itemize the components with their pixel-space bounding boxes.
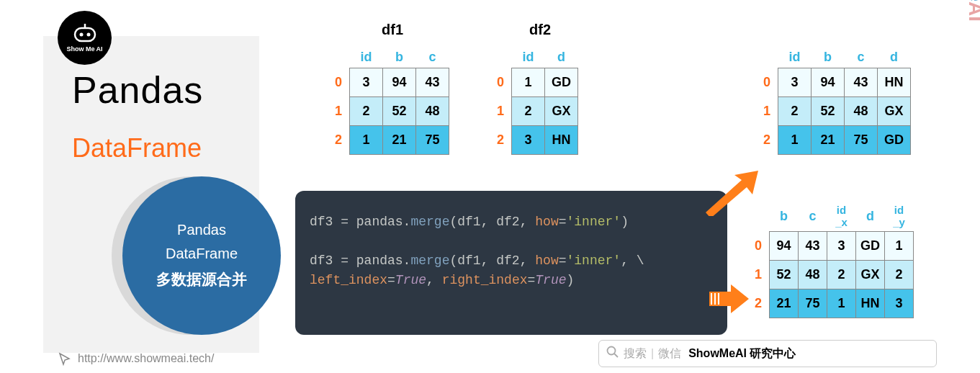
df1-table: idbc 039443 125248 212175 <box>328 47 449 155</box>
cell: HN <box>545 126 578 155</box>
title-dataframe: DataFrame <box>72 133 202 163</box>
col-header: id_y <box>885 202 914 232</box>
col-header: c <box>416 47 449 68</box>
cell: 75 <box>845 126 878 155</box>
search-box[interactable]: 搜索 | 微信 ShowMeAI 研究中心 <box>598 340 937 367</box>
row-index: 2 <box>747 289 770 318</box>
search-placeholder: 搜索 <box>624 346 647 361</box>
cell: 94 <box>383 68 416 97</box>
circle-line1: Pandas <box>177 222 226 238</box>
code-block: df3 = pandas.merge(df1, df2, how='inner'… <box>295 191 727 335</box>
cell: 52 <box>383 97 416 126</box>
arrow-icon <box>709 284 749 313</box>
cell: HN <box>856 289 885 318</box>
cell: 2 <box>350 97 383 126</box>
cell: 2 <box>885 261 914 289</box>
cell: GD <box>545 68 578 97</box>
separator: | <box>651 347 654 360</box>
arrow-to-df3b <box>709 284 749 313</box>
cell: 3 <box>512 126 545 155</box>
df2-label: df2 <box>529 22 551 38</box>
cell: 43 <box>416 68 449 97</box>
arrow-to-df3a <box>702 169 760 216</box>
cell: 1 <box>885 232 914 261</box>
cell: GX <box>878 97 911 126</box>
svg-line-8 <box>614 354 618 357</box>
cell: 75 <box>799 289 827 318</box>
cell: 94 <box>770 232 799 261</box>
row-index: 0 <box>756 68 778 97</box>
cell: 75 <box>416 126 449 155</box>
col-header: id <box>778 47 812 68</box>
cell: 48 <box>799 261 827 289</box>
svg-point-7 <box>608 347 616 355</box>
cell: 2 <box>827 261 856 289</box>
cell: 2 <box>512 97 545 126</box>
cell: 48 <box>416 97 449 126</box>
cell: HN <box>878 68 911 97</box>
col-header: b <box>770 202 799 232</box>
cell: 52 <box>770 261 799 289</box>
url-link[interactable]: http://www.showmeai.tech/ <box>58 351 214 366</box>
row-index: 2 <box>328 126 350 155</box>
circle-line2: DataFrame <box>166 246 238 262</box>
cell: 21 <box>383 126 416 155</box>
watermark-part: AI <box>965 1 980 22</box>
row-index: 1 <box>328 97 350 126</box>
robot-icon <box>72 24 98 44</box>
circle-line3: 多数据源合并 <box>156 269 247 289</box>
row-index: 2 <box>490 126 512 155</box>
row-index: 1 <box>490 97 512 126</box>
brand-name: ShowMeAI 研究中心 <box>688 346 796 361</box>
cell: 3 <box>885 289 914 318</box>
arrow-icon <box>702 169 760 216</box>
cell: 21 <box>770 289 799 318</box>
svg-rect-0 <box>75 28 95 41</box>
cell: GX <box>545 97 578 126</box>
cell: 94 <box>812 68 845 97</box>
col-header: d <box>856 202 885 232</box>
col-header: d <box>545 47 578 68</box>
cell: 2 <box>778 97 812 126</box>
search-icon <box>606 346 619 361</box>
col-header: c <box>799 202 827 232</box>
row-index: 2 <box>756 126 778 155</box>
code-line-1: df3 = pandas.merge(df1, df2, how='inner'… <box>310 212 713 232</box>
col-header: c <box>845 47 878 68</box>
cell: 3 <box>350 68 383 97</box>
watermark: ShowMeAI <box>964 0 980 22</box>
col-header: b <box>812 47 845 68</box>
url-text: http://www.showmeai.tech/ <box>78 352 214 365</box>
df2-table: idd 01GD 12GX 23HN <box>490 47 578 155</box>
topic-circle: Pandas DataFrame 多数据源合并 <box>122 176 281 335</box>
df3b-table: bcid_xdid_y 094433GD1 152482GX2 221751HN… <box>747 202 914 318</box>
row-index: 0 <box>490 68 512 97</box>
row-index: 0 <box>747 232 770 261</box>
row-index: 1 <box>756 97 778 126</box>
cell: 3 <box>827 232 856 261</box>
cell: 52 <box>812 97 845 126</box>
row-index: 0 <box>328 68 350 97</box>
cell: 1 <box>827 289 856 318</box>
cell: 21 <box>812 126 845 155</box>
cell: GD <box>878 126 911 155</box>
logo-badge: Show Me AI <box>58 11 112 65</box>
logo-text: Show Me AI <box>66 45 102 53</box>
cell: 1 <box>512 68 545 97</box>
code-line-2: df3 = pandas.merge(df1, df2, how='inner'… <box>310 251 713 271</box>
col-header: id <box>350 47 383 68</box>
code-line-3: left_index=True, right_index=True) <box>310 271 713 290</box>
col-header: d <box>878 47 911 68</box>
svg-point-1 <box>79 32 83 36</box>
cell: 48 <box>845 97 878 126</box>
title-pandas: Pandas <box>72 68 203 112</box>
cell: 43 <box>845 68 878 97</box>
cursor-icon <box>58 351 72 366</box>
col-header: b <box>383 47 416 68</box>
col-header: id <box>512 47 545 68</box>
col-header: id_x <box>827 202 856 232</box>
cell: 1 <box>778 126 812 155</box>
svg-point-2 <box>86 32 90 36</box>
cell: 43 <box>799 232 827 261</box>
cell: GX <box>856 261 885 289</box>
